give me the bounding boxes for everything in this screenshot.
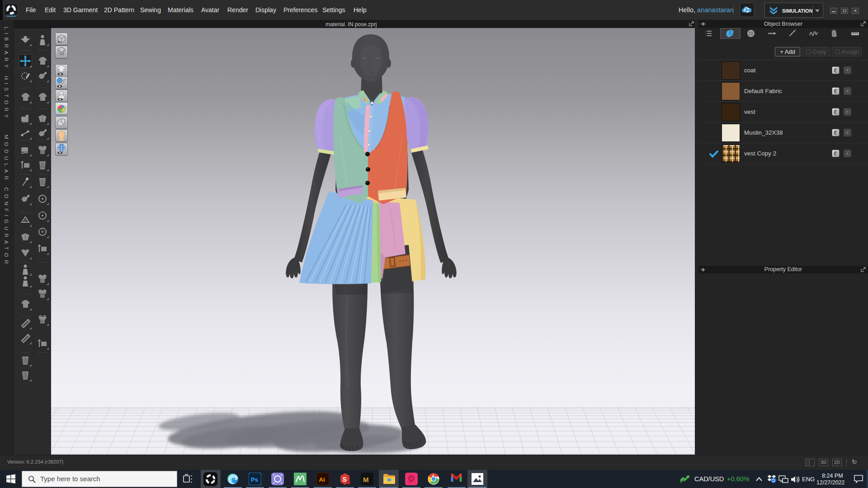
- svg-text:Ps: Ps: [251, 476, 258, 483]
- svg-text:S: S: [343, 476, 347, 483]
- svg-text:Ai: Ai: [319, 476, 325, 483]
- svg-text:M: M: [363, 476, 369, 483]
